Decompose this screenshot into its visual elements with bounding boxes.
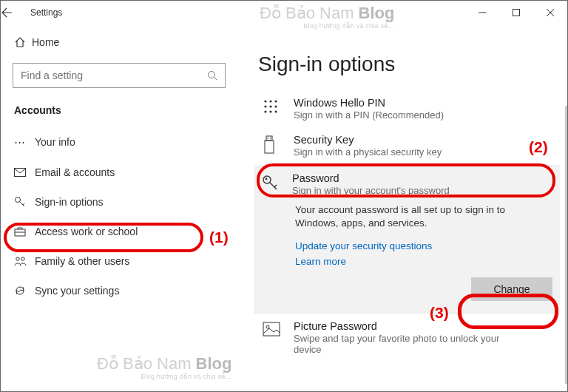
picture-icon bbox=[263, 320, 294, 355]
sync-icon bbox=[14, 285, 35, 297]
option-title: Password bbox=[292, 172, 450, 184]
briefcase-icon bbox=[14, 226, 35, 237]
svg-rect-23 bbox=[265, 141, 274, 153]
option-desc: Sign in with your account's password bbox=[292, 185, 450, 196]
sidebar: Home Accounts ⋯ Your info Email & accoun… bbox=[1, 24, 237, 391]
svg-point-13 bbox=[264, 100, 266, 102]
option-security-key[interactable]: Security Key Sign in with a physical sec… bbox=[258, 128, 555, 165]
option-password-expanded: Password Sign in with your account's pas… bbox=[254, 165, 560, 314]
option-title: Picture Password bbox=[294, 320, 523, 332]
option-picture-password[interactable]: Picture Password Swipe and tap your favo… bbox=[258, 314, 555, 362]
nav-label: Your info bbox=[35, 136, 75, 148]
svg-point-14 bbox=[269, 100, 271, 102]
nav-label: Family & other users bbox=[35, 255, 129, 267]
your-info-icon: ⋯ bbox=[14, 135, 35, 149]
maximize-icon bbox=[513, 9, 520, 16]
home-button[interactable]: Home bbox=[1, 29, 237, 55]
option-title: Security Key bbox=[294, 134, 442, 146]
back-arrow-icon bbox=[1, 7, 13, 18]
key-icon bbox=[261, 172, 292, 196]
search-icon bbox=[207, 70, 217, 81]
section-label: Accounts bbox=[1, 100, 237, 126]
search-input[interactable] bbox=[21, 70, 207, 81]
svg-point-12 bbox=[21, 257, 24, 260]
search-box[interactable] bbox=[13, 63, 226, 88]
svg-point-31 bbox=[266, 325, 269, 328]
svg-line-9 bbox=[23, 203, 24, 205]
home-label: Home bbox=[32, 36, 59, 48]
svg-point-4 bbox=[209, 72, 215, 78]
titlebar: Settings bbox=[1, 1, 567, 24]
email-icon bbox=[14, 168, 35, 177]
svg-point-21 bbox=[274, 110, 277, 112]
svg-point-11 bbox=[16, 257, 19, 260]
option-desc: Sign in with a PIN (Recommended) bbox=[294, 109, 444, 121]
page-title: Sign-in options bbox=[258, 53, 555, 76]
minimize-icon bbox=[479, 9, 486, 16]
nav-access-work-school[interactable]: Access work or school bbox=[1, 217, 237, 246]
svg-rect-6 bbox=[15, 169, 26, 177]
close-button[interactable] bbox=[533, 1, 567, 24]
maximize-button[interactable] bbox=[499, 1, 533, 24]
family-icon bbox=[14, 256, 35, 266]
scrollbar[interactable] bbox=[565, 106, 567, 384]
nav-family-users[interactable]: Family & other users bbox=[1, 246, 237, 276]
nav-your-info[interactable]: ⋯ Your info bbox=[1, 126, 237, 158]
option-pin[interactable]: Windows Hello PIN Sign in with a PIN (Re… bbox=[258, 91, 555, 128]
nav-email-accounts[interactable]: Email & accounts bbox=[1, 158, 237, 187]
svg-line-29 bbox=[274, 185, 277, 187]
svg-rect-30 bbox=[263, 322, 280, 336]
svg-point-18 bbox=[274, 105, 277, 107]
window-controls bbox=[465, 1, 567, 24]
svg-point-15 bbox=[274, 100, 277, 102]
home-icon bbox=[14, 36, 32, 48]
change-button[interactable]: Change bbox=[471, 277, 552, 301]
main-pane: Sign-in options Windows Hello PIN Sign i… bbox=[237, 24, 567, 391]
svg-line-5 bbox=[214, 78, 217, 81]
update-security-questions-link[interactable]: Update your security questions bbox=[295, 240, 552, 251]
option-title: Windows Hello PIN bbox=[294, 97, 444, 109]
window-title: Settings bbox=[30, 7, 62, 18]
nav-label: Email & accounts bbox=[35, 166, 115, 178]
svg-point-7 bbox=[16, 197, 21, 203]
pin-icon bbox=[263, 97, 294, 121]
option-password[interactable]: Password Sign in with your account's pas… bbox=[261, 172, 552, 199]
svg-point-19 bbox=[264, 110, 266, 112]
back-button[interactable] bbox=[1, 7, 30, 18]
password-detail: Your account password is all set up to s… bbox=[295, 203, 532, 230]
option-desc: Sign in with a physical security key bbox=[294, 146, 442, 158]
nav-sign-in-options[interactable]: Sign-in options bbox=[1, 187, 237, 217]
close-icon bbox=[547, 9, 554, 16]
nav-label: Sign-in options bbox=[35, 196, 104, 208]
usb-icon bbox=[263, 134, 294, 158]
nav-label: Sync your settings bbox=[35, 285, 119, 297]
svg-point-27 bbox=[266, 178, 268, 180]
svg-point-17 bbox=[269, 105, 271, 107]
svg-rect-22 bbox=[266, 136, 272, 141]
svg-point-20 bbox=[269, 110, 271, 112]
option-desc: Swipe and tap your favorite photo to unl… bbox=[294, 333, 523, 355]
learn-more-link[interactable]: Learn more bbox=[295, 256, 552, 267]
minimize-button[interactable] bbox=[465, 1, 499, 24]
key-icon bbox=[14, 196, 35, 208]
svg-rect-1 bbox=[513, 10, 520, 16]
nav-label: Access work or school bbox=[35, 226, 138, 237]
nav-sync-settings[interactable]: Sync your settings bbox=[1, 276, 237, 305]
svg-point-16 bbox=[264, 105, 266, 107]
